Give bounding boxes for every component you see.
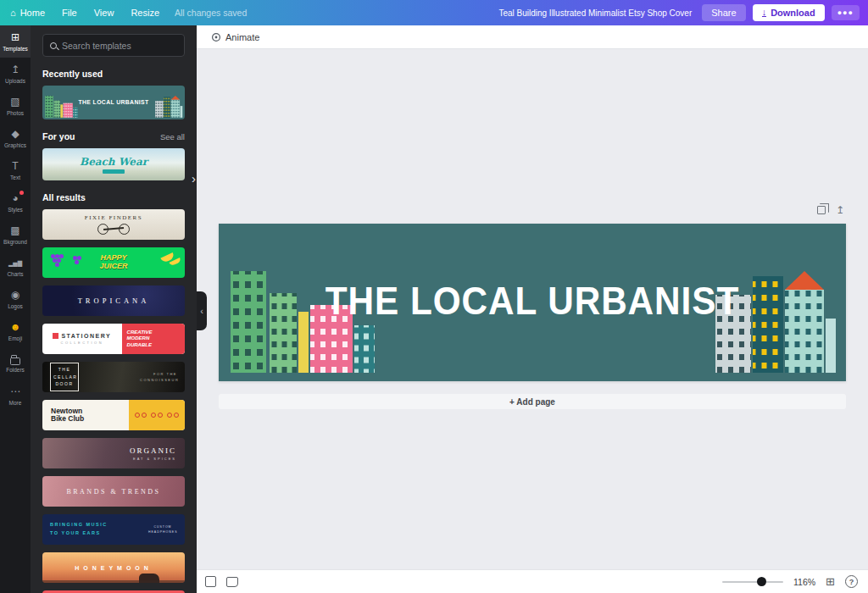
template-title: HONEYMOON — [75, 565, 153, 571]
more-options-button[interactable]: ●●● — [832, 5, 860, 20]
sidebar-item-folders[interactable]: Folders — [0, 347, 31, 380]
graphics-icon: ◆ — [11, 129, 19, 141]
sidebar-item-styles[interactable]: ◕ Styles — [0, 186, 31, 219]
notes-icon[interactable] — [226, 577, 238, 587]
template-title: BRANDS & TRENDS — [66, 488, 160, 496]
template-result-brands-trends[interactable]: BRANDS & TRENDS — [42, 476, 185, 507]
context-toolbar: Animate — [197, 25, 868, 49]
folders-icon — [10, 357, 20, 365]
template-title: FIXIE FINDERS — [85, 214, 142, 221]
delete-page-icon[interactable]: ↥ — [836, 205, 844, 215]
template-side-text: CREATIVE MODERN DURABLE — [127, 330, 159, 348]
template-recent-local-urbanist[interactable]: THE LOCAL URBANIST — [42, 86, 185, 119]
sidebar-item-graphics[interactable]: ◆ Graphics — [0, 122, 31, 154]
styles-icon: ◕ — [12, 193, 18, 205]
template-result-fixie-finders[interactable]: FIXIE FINDERS — [42, 209, 185, 240]
pencil-icon — [53, 333, 58, 339]
template-result-stationery[interactable]: STATIONERY COLLECTION CREATIVE MODERN DU… — [42, 324, 185, 354]
template-title: BRINGING MUSIC TO YOUR EARS — [50, 521, 118, 538]
bikes-graphic — [129, 400, 185, 430]
design-page[interactable]: THE LOCAL URBANIST — [219, 224, 846, 381]
templates-panel: Recently used THE LOCAL URBANIST For you… — [31, 25, 197, 593]
add-page-button[interactable]: + Add page — [219, 394, 846, 409]
section-for-you: For you See all — [42, 131, 185, 141]
object-panel-rail: ⊞ Templates ↥ Uploads ▧ Photos ◆ Graphic… — [0, 25, 31, 593]
bicycle-graphic — [97, 223, 130, 235]
home-button[interactable]: ⌂ Home — [0, 0, 53, 25]
template-results-list: FIXIE FINDERS HAPPY JUICER TROPICANA STA… — [31, 209, 197, 593]
sidebar-item-background[interactable]: ▩ Bkground — [0, 219, 31, 251]
sidebar-item-emoji[interactable]: ☻ Emoji — [0, 315, 31, 347]
template-result-newtown-bike-club[interactable]: Newtown Bike Club — [42, 400, 185, 430]
help-icon[interactable]: ? — [845, 575, 858, 588]
grapes-graphic — [51, 254, 55, 258]
sidebar-item-logos[interactable]: ◉ Logos — [0, 283, 31, 315]
photos-icon: ▧ — [10, 97, 19, 108]
template-title: ORGANIC — [130, 446, 176, 455]
sidebar-item-text[interactable]: T Text — [0, 154, 31, 186]
page-title-text[interactable]: THE LOCAL URBANIST — [326, 278, 739, 324]
menu-file[interactable]: File — [53, 0, 86, 25]
editor-main: Animate ↥ THE LOCAL URBANIST + A — [197, 25, 868, 593]
text-icon: T — [12, 161, 18, 173]
page-actions: ↥ — [817, 205, 844, 215]
save-status: All changes saved — [168, 8, 253, 18]
carousel-next-icon[interactable]: › — [192, 171, 196, 186]
templates-icon: ⊞ — [11, 32, 19, 44]
document-title[interactable]: Teal Building Illustrated Minimalist Ets… — [498, 8, 692, 18]
zoom-slider[interactable] — [722, 581, 783, 583]
animate-icon — [211, 32, 221, 42]
search-input[interactable] — [62, 41, 176, 51]
sidebar-item-uploads[interactable]: ↥ Uploads — [0, 58, 31, 90]
zoom-level: 116% — [793, 577, 815, 587]
menu-resize[interactable]: Resize — [122, 0, 168, 25]
template-side-text: FOR THE CONNOISSEUR — [140, 371, 177, 383]
template-title: Beach Wear — [80, 156, 147, 168]
template-result-honeymoon[interactable]: HONEYMOON — [42, 552, 185, 583]
search-icon — [50, 42, 57, 49]
template-beach-wear[interactable]: Beach Wear — [42, 148, 185, 180]
uploads-icon: ↥ — [11, 64, 19, 76]
template-result-cellar-door[interactable]: THE CELLAR DOOR FOR THE CONNOISSEUR — [42, 362, 185, 392]
animate-button[interactable]: Animate — [203, 29, 267, 46]
template-title: TROPICANA — [78, 296, 150, 305]
panel-collapse-handle[interactable]: ‹ — [197, 291, 207, 330]
more-icon: ⋯ — [10, 386, 20, 398]
background-icon: ▩ — [10, 225, 19, 237]
template-result-tropicana[interactable]: TROPICANA — [42, 285, 185, 316]
download-button[interactable]: ↓ Download — [753, 4, 825, 21]
template-result-organic[interactable]: ORGANIC EAT & SPICES — [42, 438, 185, 468]
home-icon: ⌂ — [10, 8, 16, 18]
page-manager-icon[interactable] — [205, 576, 216, 587]
sidebar-item-photos[interactable]: ▧ Photos — [0, 90, 31, 122]
sidebar-item-templates[interactable]: ⊞ Templates — [0, 25, 31, 58]
template-result-happy-juicer[interactable]: HAPPY JUICER — [42, 247, 185, 278]
section-recently-used: Recently used — [42, 69, 185, 79]
sidebar-item-more[interactable]: ⋯ More — [0, 380, 31, 412]
template-title: THE LOCAL URBANIST — [46, 98, 181, 106]
logos-icon: ◉ — [11, 290, 19, 302]
template-subtitle: COLLECTION — [61, 341, 104, 345]
template-side-text: CUSTOM HEADPHONES — [148, 524, 177, 535]
beach-badge — [103, 169, 125, 174]
grid-view-icon[interactable]: ⊞ — [826, 576, 835, 587]
template-subtitle: EAT & SPICES — [133, 457, 176, 461]
section-all-results: All results — [42, 192, 185, 202]
duplicate-page-icon[interactable] — [817, 206, 826, 214]
sidebar-item-charts[interactable]: ▂▅▇ Charts — [0, 251, 31, 283]
template-title: HAPPY JUICER — [90, 254, 137, 271]
template-result-bringing-music[interactable]: BRINGING MUSIC TO YOUR EARS CUSTOM HEADP… — [42, 514, 185, 545]
ellipsis-icon: ●●● — [837, 8, 854, 17]
banana-graphic — [160, 252, 175, 263]
share-button[interactable]: Share — [702, 4, 745, 21]
menu-view[interactable]: View — [86, 0, 123, 25]
template-title: STATIONERY — [61, 333, 111, 339]
search-templates-box[interactable] — [42, 34, 185, 57]
see-all-link[interactable]: See all — [160, 132, 185, 141]
download-icon: ↓ — [762, 8, 767, 17]
template-title: THE CELLAR DOOR — [50, 363, 79, 391]
zoom-slider-thumb[interactable] — [757, 577, 766, 586]
canvas-area[interactable]: ↥ THE LOCAL URBANIST + Add page — [197, 49, 868, 569]
charts-icon: ▂▅▇ — [8, 258, 22, 269]
emoji-icon: ☻ — [10, 322, 21, 334]
